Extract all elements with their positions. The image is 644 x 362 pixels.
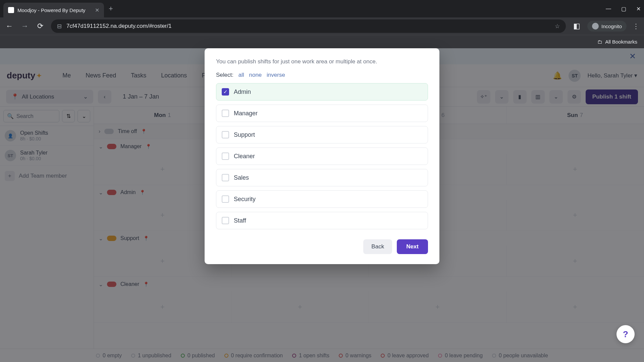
minimize-icon[interactable]: — <box>606 6 611 12</box>
url-text: 7cf47d19112152.na.deputy.com/#roster/1 <box>66 23 171 29</box>
site-settings-icon[interactable]: ⊟ <box>57 23 62 30</box>
checkbox-icon <box>222 217 229 224</box>
checkbox-icon <box>222 110 229 117</box>
checkbox-icon <box>222 153 229 160</box>
browser-tab-strip: Moodjoy - Powered By Deputy ✕ + — ▢ ✕ <box>0 0 644 17</box>
option-label: Sales <box>234 174 249 181</box>
work-area-option[interactable]: Manager <box>216 105 428 122</box>
option-label: Cleaner <box>234 153 255 160</box>
publish-modal: You can publish shifts for just one work… <box>205 48 439 264</box>
checkbox-icon <box>222 131 229 138</box>
checkbox-icon <box>222 174 229 181</box>
reload-icon[interactable]: ⟳ <box>36 22 45 31</box>
browser-tab[interactable]: Moodjoy - Powered By Deputy ✕ <box>3 3 104 17</box>
modal-overlay[interactable]: You can publish shifts for just one work… <box>0 48 644 362</box>
incognito-badge[interactable]: Incognito <box>587 21 627 32</box>
select-row: Select: all none inverse <box>216 72 428 78</box>
address-bar[interactable]: ⊟ 7cf47d19112152.na.deputy.com/#roster/1… <box>51 19 566 33</box>
app-root: 8 days remaining of your Premium Plan tr… <box>0 48 644 362</box>
side-panel-icon[interactable]: ◧ <box>572 22 581 31</box>
bookmarks-bar: 🗀 All Bookmarks <box>0 35 644 48</box>
work-area-option[interactable]: ✓Admin <box>216 83 428 101</box>
select-inverse-link[interactable]: inverse <box>267 72 285 78</box>
option-label: Security <box>234 196 256 203</box>
checkbox-icon <box>222 195 229 203</box>
work-area-option[interactable]: Support <box>216 126 428 143</box>
modal-description: You can publish shifts for just one work… <box>216 58 428 65</box>
option-label: Support <box>234 131 255 138</box>
work-area-option[interactable]: Staff <box>216 212 428 229</box>
close-window-icon[interactable]: ✕ <box>636 6 641 12</box>
back-icon[interactable]: ← <box>5 22 14 31</box>
bookmark-star-icon[interactable]: ☆ <box>555 23 560 30</box>
option-label: Manager <box>234 110 258 117</box>
work-area-option[interactable]: Cleaner <box>216 147 428 165</box>
all-bookmarks-link[interactable]: All Bookmarks <box>605 39 637 45</box>
incognito-icon <box>592 23 599 29</box>
work-area-option[interactable]: Security <box>216 190 428 208</box>
select-all-link[interactable]: all <box>238 72 244 78</box>
option-label: Admin <box>234 88 251 96</box>
new-tab-button[interactable]: + <box>109 4 113 13</box>
maximize-icon[interactable]: ▢ <box>621 6 626 12</box>
window-controls: — ▢ ✕ <box>606 6 641 12</box>
tab-favicon <box>8 7 14 13</box>
close-icon[interactable]: ✕ <box>95 7 99 13</box>
incognito-label: Incognito <box>601 23 622 29</box>
tab-title: Moodjoy - Powered By Deputy <box>17 7 86 13</box>
back-button[interactable]: Back <box>363 239 392 254</box>
help-button[interactable]: ? <box>616 325 635 343</box>
option-label: Staff <box>234 217 246 224</box>
folder-icon: 🗀 <box>597 39 602 45</box>
next-button[interactable]: Next <box>397 239 428 254</box>
menu-icon[interactable]: ⋮ <box>633 22 639 30</box>
browser-toolbar: ← → ⟳ ⊟ 7cf47d19112152.na.deputy.com/#ro… <box>0 17 644 35</box>
select-none-link[interactable]: none <box>249 72 262 78</box>
work-area-option[interactable]: Sales <box>216 169 428 186</box>
checkbox-icon: ✓ <box>222 88 229 96</box>
forward-icon[interactable]: → <box>20 22 30 31</box>
